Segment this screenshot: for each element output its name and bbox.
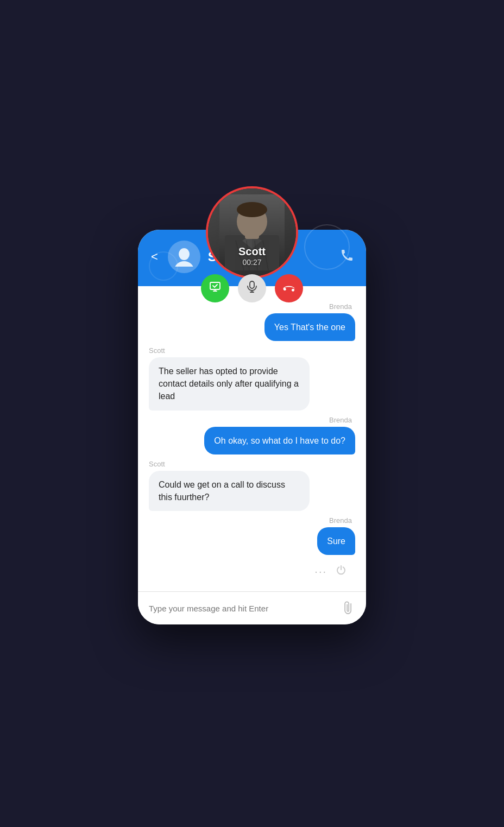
svg-point-11 — [179, 248, 190, 260]
call-timer: 00:27 — [208, 258, 296, 267]
message-input[interactable] — [149, 604, 337, 613]
sender-label-brenda-1: Brenda — [149, 302, 352, 311]
message-bubble-1: Yes That's the one — [264, 313, 355, 341]
header-phone-icon[interactable] — [341, 249, 353, 264]
message-group-1: Brenda Yes That's the one — [149, 302, 355, 341]
sender-label-scott-2: Scott — [149, 460, 355, 468]
end-call-icon — [282, 281, 295, 295]
message-group-3: Brenda Oh okay, so what do I have to do? — [149, 416, 355, 454]
more-options-button[interactable]: ··· — [314, 565, 327, 578]
back-button[interactable]: < — [151, 250, 158, 264]
call-overlay-info: Scott 00:27 — [208, 245, 296, 267]
svg-rect-6 — [245, 232, 259, 239]
sender-label-scott-1: Scott — [149, 346, 355, 355]
message-group-5: Brenda Sure — [149, 516, 355, 555]
svg-point-12 — [174, 261, 194, 267]
svg-rect-14 — [250, 281, 254, 288]
screen-share-button[interactable] — [201, 274, 229, 302]
svg-rect-13 — [210, 282, 220, 289]
sender-label-brenda-3: Brenda — [149, 516, 352, 525]
sender-label-brenda-2: Brenda — [149, 416, 352, 424]
person-icon — [174, 247, 194, 267]
attach-icon[interactable] — [339, 599, 358, 618]
message-bubble-4: Could we get on a call to discuss this f… — [149, 471, 310, 511]
bottom-actions: ··· — [149, 560, 355, 580]
message-group-4: Scott Could we get on a call to discuss … — [149, 460, 355, 511]
svg-point-5 — [237, 202, 267, 217]
chat-input-area — [138, 591, 366, 624]
mute-button[interactable] — [238, 274, 266, 302]
chat-body: Brenda Yes That's the one Scott The sell… — [138, 286, 366, 592]
call-overlay: Scott 00:27 — [206, 186, 298, 279]
screen-share-icon — [209, 281, 221, 295]
header-avatar — [168, 241, 200, 273]
message-group-2: Scott The seller has opted to provide co… — [149, 346, 355, 411]
mic-icon — [247, 281, 257, 295]
power-button[interactable] — [336, 565, 346, 578]
svg-rect-18 — [291, 288, 294, 292]
message-bubble-5: Sure — [317, 527, 355, 555]
message-bubble-2: The seller has opted to provide contact … — [149, 357, 310, 411]
phone-shell: Scott 00:27 < Scott — [138, 230, 366, 625]
end-call-button[interactable] — [275, 274, 303, 302]
call-contact-name: Scott — [208, 245, 296, 258]
message-bubble-3: Oh okay, so what do I have to do? — [204, 427, 355, 454]
call-controls — [201, 274, 303, 302]
